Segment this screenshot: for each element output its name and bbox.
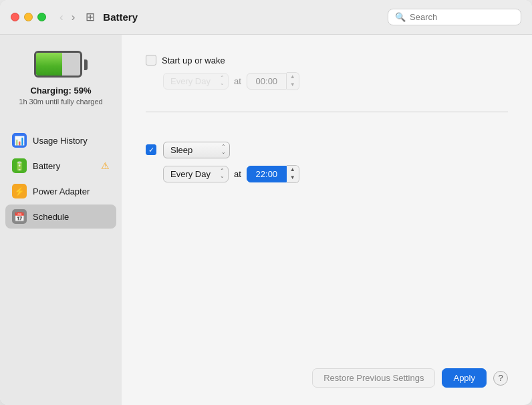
section-divider — [146, 112, 508, 112]
sleep-time-input[interactable] — [247, 166, 287, 182]
startup-day-select[interactable]: Every Day Weekdays Weekends — [163, 73, 229, 90]
search-box[interactable]: 🔍 — [388, 9, 521, 25]
sidebar-item-battery[interactable]: 🔋 Battery ⚠ — [5, 154, 116, 178]
traffic-lights — [11, 13, 46, 21]
battery-body — [34, 51, 82, 78]
startup-time-wrapper: ▲ ▼ — [247, 72, 299, 90]
sleep-day-select[interactable]: Every Day Weekdays Weekends — [163, 166, 229, 182]
sidebar-item-schedule[interactable]: 📅 Schedule — [5, 205, 116, 229]
search-icon: 🔍 — [395, 12, 406, 22]
sleep-time-up[interactable]: ▲ — [287, 166, 299, 174]
close-button[interactable] — [11, 13, 19, 21]
titlebar: ‹ › ⊞ Battery 🔍 — [0, 0, 532, 35]
startup-row: Start up or wake Every Day Weekdays Week… — [146, 55, 508, 90]
forward-button[interactable]: › — [69, 10, 78, 24]
main-window: ‹ › ⊞ Battery 🔍 Charging: 59% 1h 30m unt… — [0, 0, 532, 405]
schedule-section: Start up or wake Every Day Weekdays Week… — [146, 55, 508, 183]
startup-checkbox[interactable] — [146, 55, 156, 65]
battery-fill — [36, 53, 62, 76]
grid-icon[interactable]: ⊞ — [86, 10, 95, 24]
nav-arrows: ‹ › — [57, 10, 78, 24]
fullscreen-button[interactable] — [37, 13, 46, 21]
startup-label[interactable]: Start up or wake — [146, 55, 225, 65]
restore-button[interactable]: Restore Previous Settings — [312, 368, 435, 388]
battery-icon-sidebar: 🔋 — [12, 158, 27, 173]
sidebar-label-battery: Battery — [33, 161, 95, 171]
footer: Restore Previous Settings Apply ? — [146, 359, 508, 392]
startup-label-text: Start up or wake — [162, 55, 225, 65]
minimize-button[interactable] — [24, 13, 33, 21]
sidebar-label-power-adapter: Power Adapter — [33, 186, 110, 196]
main-content: Charging: 59% 1h 30m until fully charged… — [0, 35, 532, 405]
back-button[interactable]: ‹ — [57, 10, 66, 24]
battery-charge-label: Charging: 59% — [30, 86, 91, 96]
battery-cap — [84, 59, 88, 70]
sleep-day-select-wrapper: Every Day Weekdays Weekends — [163, 166, 229, 182]
sleep-time-spinner: ▲ ▼ — [287, 165, 299, 183]
startup-day-select-wrapper: Every Day Weekdays Weekends — [163, 73, 229, 90]
apply-button[interactable]: Apply — [442, 368, 487, 388]
window-title: Battery — [103, 11, 138, 23]
help-button[interactable]: ? — [493, 371, 508, 386]
sleep-time-down[interactable]: ▼ — [287, 174, 299, 182]
sidebar-label-schedule: Schedule — [33, 212, 110, 222]
sleep-time-wrapper: ▲ ▼ — [247, 165, 299, 183]
sleep-action-select-wrapper: Sleep Restart Shut Down — [163, 142, 230, 158]
sidebar-item-power-adapter[interactable]: ⚡ Power Adapter — [5, 179, 116, 203]
startup-controls: Every Day Weekdays Weekends at ▲ ▼ — [163, 72, 508, 90]
sidebar-label-usage-history: Usage History — [33, 136, 110, 146]
sleep-row: ✓ Sleep Restart Shut Down — [146, 142, 508, 183]
startup-time-down[interactable]: ▼ — [287, 81, 299, 89]
power-adapter-icon: ⚡ — [12, 184, 27, 198]
battery-display: Charging: 59% 1h 30m until fully charged — [5, 45, 116, 115]
sleep-at-label: at — [234, 169, 241, 179]
startup-time-input[interactable] — [247, 73, 287, 90]
startup-time-spinner: ▲ ▼ — [287, 72, 299, 90]
sleep-label[interactable]: ✓ — [146, 144, 156, 155]
search-input[interactable] — [410, 12, 514, 22]
startup-header: Start up or wake — [146, 55, 508, 65]
schedule-icon: 📅 — [12, 209, 27, 224]
battery-time-label: 1h 30m until fully charged — [19, 97, 102, 107]
startup-time-up[interactable]: ▲ — [287, 73, 299, 81]
usage-history-icon: 📊 — [12, 133, 27, 148]
sleep-checkbox[interactable]: ✓ — [146, 144, 156, 155]
sidebar: Charging: 59% 1h 30m until fully charged… — [0, 35, 122, 405]
startup-at-label: at — [234, 76, 241, 86]
sidebar-item-usage-history[interactable]: 📊 Usage History — [5, 128, 116, 152]
sleep-header: ✓ Sleep Restart Shut Down — [146, 142, 508, 158]
sleep-action-select[interactable]: Sleep Restart Shut Down — [163, 142, 230, 158]
battery-warning-icon: ⚠ — [101, 160, 110, 171]
battery-icon — [34, 51, 88, 79]
sleep-controls: Every Day Weekdays Weekends at ▲ ▼ — [163, 165, 508, 183]
content-area: Start up or wake Every Day Weekdays Week… — [122, 35, 532, 405]
